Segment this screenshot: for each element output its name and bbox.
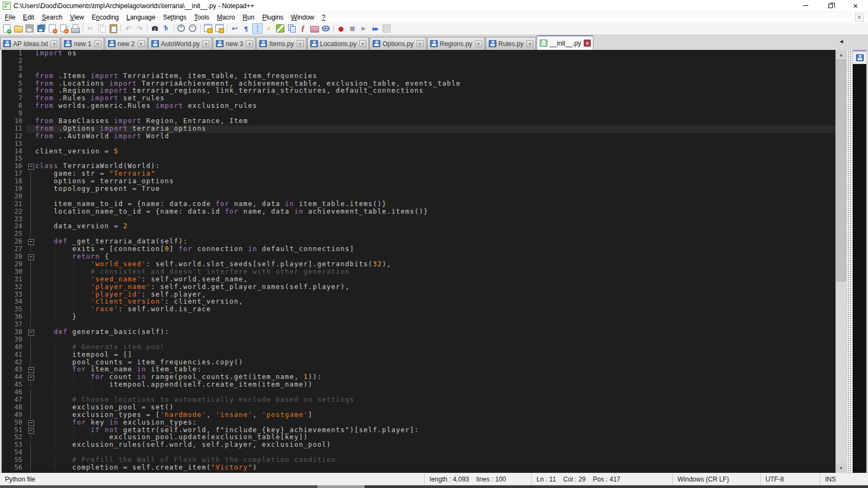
menu-item-edit[interactable]: Edit [19, 12, 38, 22]
code-line[interactable]: 8from worlds.generic.Rules import exclus… [2, 102, 835, 110]
code-line[interactable]: 5from .Locations import TerrariaAchievem… [2, 80, 835, 88]
code-line[interactable]: 49 exclusion_types = ['hardmode', 'insan… [2, 412, 835, 419]
tab-items.py[interactable]: Items.pyx [256, 37, 306, 50]
tab-locations.py[interactable]: Locations.pyx [307, 37, 369, 50]
code-line[interactable]: 7from .Rules import set_rules [2, 95, 835, 102]
menu-item-settings[interactable]: Settings [159, 12, 190, 22]
fold-collapse-icon[interactable] [27, 238, 35, 246]
menu-item-run[interactable]: Run [239, 12, 258, 22]
code-line[interactable]: 20 [2, 193, 835, 201]
document-close-icon[interactable]: x [855, 13, 864, 22]
tab-close-icon[interactable]: x [246, 40, 253, 47]
scroll-down-icon[interactable]: ▼ [836, 463, 846, 473]
menu-item-language[interactable]: Language [123, 12, 159, 22]
code-line[interactable]: 22 location_name_to_id = {name: data.id … [2, 208, 835, 216]
code-line[interactable]: 50 for key in exclusion_types: [2, 419, 835, 427]
sync-v-icon[interactable] [203, 23, 213, 34]
cut-icon[interactable] [85, 23, 95, 34]
code-line[interactable]: 54 [2, 449, 835, 457]
tab-close-icon[interactable]: x [94, 40, 101, 47]
menu-item-search[interactable]: Search [38, 12, 66, 22]
code-line[interactable]: 27 exits = [connection[0] for connection… [2, 246, 835, 253]
code-line[interactable]: 23 [2, 216, 835, 223]
code-line[interactable]: 4from .Items import TerrariaItem, item_t… [2, 73, 835, 80]
doc-switcher-icon[interactable] [286, 23, 297, 34]
tab-scroll-left-icon[interactable]: ◀ [840, 39, 843, 44]
scrollbar-thumb[interactable] [837, 60, 846, 281]
code-line[interactable]: 48 exclusion_pool = set() [2, 404, 835, 412]
word-wrap-icon[interactable] [229, 23, 240, 34]
restore-button[interactable] [818, 0, 843, 11]
code-line[interactable]: 46 [2, 389, 835, 396]
code-line[interactable]: 52 exclusion_pool.update(exclusion_table… [2, 434, 835, 441]
code-line[interactable]: 39 [2, 336, 835, 344]
tab-close-icon[interactable]: x [526, 40, 533, 47]
code-line[interactable]: 12from ..AutoWorld import World [2, 133, 835, 140]
code-line[interactable]: 18 options = terraria_options [2, 178, 835, 185]
close-doc-icon[interactable] [47, 23, 58, 34]
code-line[interactable]: 44 for count in range(pool_counts.get(it… [2, 374, 835, 381]
tab-regions.py[interactable]: Regions.pyx [427, 37, 485, 50]
code-line[interactable]: 37 [2, 321, 835, 329]
scrollbar-track[interactable] [836, 60, 846, 463]
code-line[interactable]: 38 def generate_basic(self): [2, 329, 835, 336]
doc-map-icon[interactable] [275, 23, 285, 34]
tab-close-icon[interactable]: x [584, 40, 591, 47]
fold-collapse-icon[interactable] [27, 163, 35, 170]
macro-play-icon[interactable] [359, 23, 369, 34]
code-line[interactable]: 41 itempool = [] [2, 351, 835, 359]
tab-rules.py[interactable]: Rules.pyx [486, 37, 537, 50]
zoom-in-icon[interactable] [176, 23, 187, 34]
code-line[interactable]: 35 'race': self.world.is_race [2, 306, 835, 313]
code-line[interactable]: 36 } [2, 313, 835, 321]
code-line[interactable]: 11from .Options import terraria_options [2, 125, 835, 133]
code-line[interactable]: 3 [2, 65, 835, 73]
code-line[interactable]: 45 itempool.append(self.create_item(item… [2, 381, 835, 389]
macro-stop-icon[interactable] [347, 23, 358, 34]
fold-collapse-icon[interactable] [27, 427, 35, 434]
monitoring-icon[interactable] [321, 23, 331, 34]
code-line[interactable]: 55 # Prefill the Wall of Flesh with the … [2, 457, 835, 464]
code-line[interactable]: 34 'client_version': client_version, [2, 298, 835, 306]
tab-new-1[interactable]: new 1x [61, 37, 104, 50]
menu-item-[interactable]: ? [318, 12, 329, 22]
tab-options.py[interactable]: Options.pyx [369, 37, 426, 50]
code-line[interactable]: 1import os [2, 50, 835, 57]
tab-__init__.py[interactable]: __init__.pyx [537, 35, 593, 50]
code-line[interactable]: 40 # Generate item pool [2, 344, 835, 351]
secondary-view-body[interactable] [853, 64, 866, 473]
tab-close-icon[interactable]: x [297, 40, 304, 47]
tab-close-icon[interactable]: x [138, 40, 145, 47]
zoom-out-icon[interactable] [188, 23, 198, 34]
folder-workspace-icon[interactable] [309, 23, 320, 34]
fold-collapse-icon[interactable] [27, 253, 35, 261]
function-flash-icon[interactable] [264, 23, 274, 34]
macro-save-icon[interactable] [381, 23, 392, 34]
menu-item-tools[interactable]: Tools [190, 12, 213, 22]
code-line[interactable]: 30 # consistent and doesn't interfere wi… [2, 268, 835, 276]
code-line[interactable]: 9 [2, 110, 835, 118]
new-file-icon[interactable] [2, 23, 12, 34]
fold-collapse-icon[interactable] [27, 366, 35, 374]
code-line[interactable]: 24 data_version = 2 [2, 223, 835, 230]
minimize-button[interactable] [793, 0, 818, 11]
code-line[interactable]: 14client_version = 5 [2, 148, 835, 156]
code-line[interactable]: 26 def _get_terraria_data(self): [2, 238, 835, 246]
tab-close-icon[interactable]: x [475, 40, 482, 47]
code-line[interactable]: 19 topology_present = True [2, 185, 835, 193]
tab-new-3[interactable]: new 3x [213, 37, 256, 50]
code-line[interactable]: 15 [2, 155, 835, 163]
show-all-chars-icon[interactable] [241, 23, 251, 34]
print-icon[interactable] [70, 23, 80, 34]
menu-item-file[interactable]: File [1, 12, 19, 22]
macro-record-icon[interactable] [336, 23, 346, 34]
code-line[interactable]: 6from .Regions import terraria_regions, … [2, 87, 835, 95]
fold-collapse-icon[interactable] [27, 419, 35, 427]
paste-icon[interactable] [108, 23, 118, 34]
tab-close-icon[interactable]: x [202, 40, 209, 47]
menu-item-view[interactable]: View [66, 12, 88, 22]
code-line[interactable]: 28 return { [2, 253, 835, 261]
save-all-icon[interactable] [36, 23, 46, 34]
undo-icon[interactable] [123, 23, 133, 34]
menu-item-macro[interactable]: Macro [213, 12, 239, 22]
